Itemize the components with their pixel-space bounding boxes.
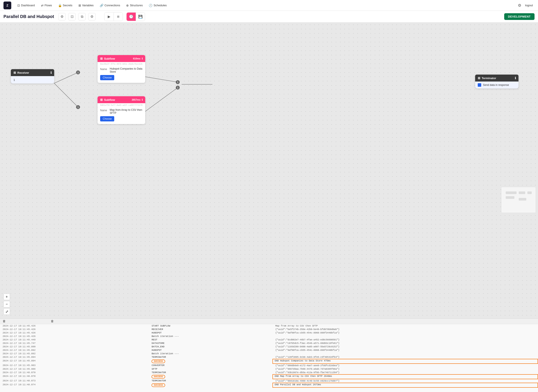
log-message: {"uuid":"9af00fca-cb55-454c-8968-899f344… [273, 331, 538, 335]
app-logo[interactable]: Z [4, 1, 11, 9]
log-table: 2024-12-17 19:11:45.426START SUBFLOWMap … [0, 324, 538, 388]
structures-icon: ⊛ [126, 4, 129, 7]
log-timestamp: 2024-12-17 19:11:45.426 [0, 324, 149, 328]
svg-point-7 [176, 80, 180, 84]
config-button[interactable]: ⚙ [88, 13, 96, 20]
subflow1-node[interactable]: ⊞ Subflow 610ms ℹ 0ee30a3f-97fe-4874-b81… [97, 55, 145, 83]
subflow1-name-label: Name [100, 68, 108, 71]
log-type: START SUBFLOW [149, 324, 273, 328]
log-type: HUBSPOT [149, 331, 273, 335]
nav-structures-label: Structures [130, 4, 143, 7]
receiver-info-icon[interactable]: ℹ [51, 71, 51, 74]
history-button[interactable]: 🕐 [127, 13, 136, 21]
log-row: 2024-12-17 19:11:45.986SFTP{"uuid":"9667… [0, 367, 538, 371]
save-button[interactable]: 💾 [136, 13, 145, 21]
subflow2-header: ⊞ Subflow 2657ms ℹ [97, 96, 145, 103]
dev-badge[interactable]: DEVELOPMENT [504, 13, 534, 20]
canvas-area[interactable]: 1 1 1 1 ⊞ Receiver ℹ 1 ⊞ Subfl [0, 23, 538, 318]
copy-button[interactable]: ⊡ [68, 13, 76, 20]
branch-button[interactable]: ⊞ [114, 13, 123, 21]
receiver-grid-icon: ⊞ [14, 71, 16, 74]
log-row: 2024-12-17 19:11:45.892Batch iteration -… [0, 352, 538, 355]
subflow1-info-icon[interactable]: ℹ [142, 57, 143, 60]
subflow2-info-icon[interactable]: ℹ [142, 98, 143, 101]
nav-variables[interactable]: ⊞ Variables [76, 2, 96, 9]
subflow2-grid-icon: ⊞ [100, 98, 103, 102]
success-badge: SUCCESS [152, 375, 165, 378]
log-timestamp: 2024-12-17 19:11:48.070 [0, 371, 149, 374]
log-message: {"uuid":"93b1987e-db5a-412a-9f86-fbe7487… [273, 371, 538, 374]
logout-button[interactable]: logout [524, 2, 534, 8]
log-type: TERMINATOR [149, 379, 273, 383]
zoom-out-button[interactable]: − [4, 301, 10, 308]
svg-line-6 [145, 77, 178, 82]
log-message: {"uuid":"9af00fca-cb55-454c-8968-899f344… [273, 348, 538, 352]
svg-point-2 [76, 70, 80, 74]
log-row: 2024-12-17 19:11:45.426HUBSPOT{"uuid":"9… [0, 331, 538, 335]
log-delete2-icon[interactable]: 🗑 [51, 320, 54, 323]
nav-dashboard[interactable]: ⊡ Dashboard [15, 2, 37, 9]
log-row: 2024-12-17 19:11:48.074SUCCESSEND Parall… [0, 383, 538, 387]
log-message: Map from Array to CSV then SFTP [273, 324, 538, 328]
terminator-checkbox-label: Send data in response [483, 84, 509, 87]
terminator-info-icon[interactable]: ℹ [515, 76, 516, 80]
log-delete-icon[interactable]: 🗑 [3, 320, 6, 323]
log-type: BATCH_END [149, 345, 273, 348]
nav-connections[interactable]: 🔗 Connections [97, 2, 123, 9]
log-type: RECEIVER [149, 328, 273, 331]
subflow2-name-label: Name [100, 109, 108, 112]
secrets-icon: 🔒 [58, 4, 62, 7]
play-button[interactable]: ▶ [104, 13, 114, 21]
log-type: TERMINATOR [149, 371, 273, 374]
terminator-node[interactable]: ⊞ Terminator ℹ Send data in response [475, 75, 519, 89]
svg-line-9 [145, 88, 178, 112]
terminator-checkbox[interactable] [478, 83, 481, 87]
log-type: CONVERTER [149, 364, 273, 367]
log-type: TERMINATOR [149, 355, 273, 359]
nav-flows[interactable]: ⇄ Flows [38, 2, 55, 9]
log-message: END Map from Array to CSV then SFTP 2648… [273, 374, 538, 379]
log-message: END Hubspot Companies to Data Store 475m… [273, 359, 538, 364]
log-row: 2024-12-17 19:11:48.070TERMINATOR{"uuid"… [0, 371, 538, 374]
duplicate-button[interactable]: ⧉ [78, 13, 86, 20]
subflow1-body: Name Hubspot Companies to Data Store Cho… [97, 65, 145, 83]
svg-point-4 [76, 105, 80, 109]
log-message [273, 335, 538, 338]
log-timestamp: 2024-12-17 19:11:45.983 [0, 364, 149, 367]
log-message: {"uuid":"1103d289-b688-4a85-a607-5ba5728… [273, 345, 538, 348]
log-message: {"uuid":"dcd002e7-46b7-4fae-a452-ed8c566… [273, 338, 538, 341]
subflow2-title: Subflow [104, 98, 115, 102]
settings-flow-button[interactable]: ⚙ [58, 13, 66, 20]
settings-icon[interactable]: ⚙ [517, 2, 523, 9]
subflow1-name-row: Name Hubspot Companies to Data Store [100, 67, 143, 73]
log-timestamp: 2024-12-17 19:11:48.074 [0, 383, 149, 387]
nav-dashboard-label: Dashboard [21, 4, 35, 7]
schedules-icon: 🕐 [149, 4, 152, 7]
receiver-body: 1 [11, 76, 54, 84]
log-timestamp: 2024-12-17 19:11:45.426 [0, 331, 149, 335]
zoom-in-button[interactable]: + [4, 294, 10, 300]
log-timestamp: 2024-12-17 19:11:45.426 [0, 335, 149, 338]
nav-secrets[interactable]: 🔒 Secrets [56, 2, 75, 9]
zoom-controls: + − ⤢ [4, 294, 10, 315]
log-timestamp: 2024-12-17 19:11:45.986 [0, 367, 149, 371]
log-timestamp: 2024-12-17 19:11:45.892 [0, 348, 149, 352]
top-nav: Z ⊡ Dashboard ⇄ Flows 🔒 Secrets ⊞ Variab… [0, 0, 538, 11]
playback-controls: ▶ ⊞ [104, 12, 123, 21]
receiver-node[interactable]: ⊞ Receiver ℹ 1 [11, 69, 54, 84]
nav-schedules[interactable]: 🕐 Schedules [146, 2, 169, 9]
svg-point-10 [176, 86, 180, 89]
zoom-fit-button[interactable]: ⤢ [4, 308, 10, 315]
subflow2-timing: 2657ms [132, 98, 140, 101]
terminator-title: Terminator [482, 77, 496, 80]
nav-structures[interactable]: ⊛ Structures [124, 2, 145, 9]
subflow2-node[interactable]: ⊞ Subflow 2657ms ℹ 9481e750-5ef7-4ad3-ad… [97, 96, 145, 124]
subflow1-choose-button[interactable]: Choose [100, 75, 114, 80]
subflow2-body: Name Map from Array to CSV then SFTP Cho… [97, 107, 145, 124]
log-row: 2024-12-17 19:11:45.426RECEIVER{"uuid":"… [0, 328, 538, 331]
nav-schedules-label: Schedules [153, 4, 167, 7]
log-row: 2024-12-17 19:11:45.890BATCH_END{"uuid":… [0, 345, 538, 348]
log-type: SFTP [149, 367, 273, 371]
subflow2-choose-button[interactable]: Choose [100, 116, 114, 121]
log-timestamp: 2024-12-17 19:11:45.894 [0, 359, 149, 364]
